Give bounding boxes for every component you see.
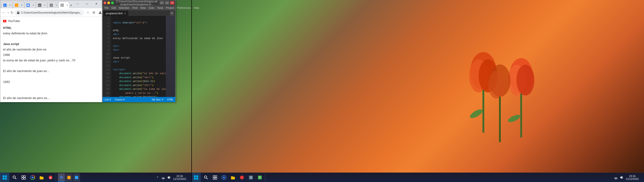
editor-tab-close[interactable]: ✕ [124,12,126,15]
taskbar-clock[interactable]: 23:34 11/12/2022 [173,175,186,180]
taskbar-pin-chrome[interactable] [28,173,37,182]
bookmark-button[interactable]: ☆ [85,10,91,15]
editor-win-close[interactable]: ✕ [170,1,174,5]
svg-point-61 [223,176,225,178]
tab4-close[interactable]: ✕ [43,4,46,7]
editor-win-maximize[interactable]: □ [165,1,169,5]
right-taskbar-pin-extra[interactable]: P [256,173,264,182]
chrome-close-button[interactable]: ✕ [92,0,101,7]
page-body: YouTube HTML estoy definiendo la edad de… [3,19,99,102]
right-taskbar-clock[interactable]: 23:34 11/12/2022 [626,175,639,180]
tab4-favicon: 3d [38,4,41,7]
editor-minimize-btn[interactable] [107,2,110,4]
right-taskbar-pin-files[interactable] [229,173,237,182]
red-icon: ▶ [48,175,53,180]
tab2-close[interactable]: ✕ [20,4,24,7]
chrome-window-controls: ─ □ ✕ [73,0,101,8]
tray-volume[interactable] [166,175,171,180]
taskbar-item-sublime[interactable]: S [66,173,72,182]
status-column: Column 5 [114,98,125,101]
right-taskbar-pin-chrome[interactable] [220,173,228,182]
menu-find[interactable]: Find [132,7,137,9]
chrome-tab-4[interactable]: 3d 3db ✕ [36,2,48,8]
svg-point-49 [163,179,164,179]
right-tray-volume[interactable] [619,175,624,180]
editor-maximize-btn[interactable] [111,2,114,4]
svg-rect-27 [17,12,19,14]
taskbar-left: ▶ S P ^ [0,172,191,182]
clock-date: 11/12/2022 [173,177,186,180]
svg-point-40 [32,176,34,178]
menu-preferences[interactable]: Preferences [177,7,191,9]
refresh-button[interactable]: ↻ [11,10,14,16]
start-button[interactable] [0,173,10,182]
editor-code-area[interactable]: <meta charset="utf-8"> HTML <br> estoy d… [111,16,166,97]
right-tray-network[interactable] [614,175,618,180]
menu-tools[interactable]: Tools [157,7,163,9]
taskbar-item-extra[interactable]: P [73,173,80,182]
taskbar-pin-taskview[interactable] [19,173,28,182]
tray-network[interactable] [161,175,166,180]
right-taskbar-pin-taskview[interactable] [211,173,219,182]
menu-project[interactable]: Project [166,7,174,9]
new-tab-button[interactable]: + [70,3,73,8]
js-line2: la suma de las de edad de juan, pedro y … [3,58,99,63]
chrome-minimize-button[interactable]: ─ [73,0,82,7]
start-button-right[interactable] [191,173,201,182]
right-extra-icon: P [258,175,262,180]
editor-gutter: 1 2 3 4 5 6 7 8 9 10 11 12 13 14 15 16 1… [102,16,111,97]
menu-edit[interactable]: Edit [112,7,116,9]
clock-time: 23:34 [173,175,186,177]
chrome-maximize-button[interactable]: □ [82,0,92,7]
right-taskbar-pin-search[interactable] [202,173,210,182]
address-bar[interactable]: C:/Users/User/Documents/logica%20de%20pr… [14,10,84,16]
svg-point-62 [240,175,244,179]
svg-point-20 [28,4,29,6]
chrome-tab-3[interactable]: Ejer ✕ [24,2,36,8]
back-button[interactable]: ← [2,10,6,16]
editor-tab-menu[interactable]: ▼ [170,11,174,16]
svg-text:P: P [76,177,77,179]
taskbar-pin-red[interactable]: ▶ [46,173,55,182]
security-icon [17,11,20,14]
menu-help[interactable]: Help [194,7,199,9]
tab3-close[interactable]: ✕ [32,4,35,7]
status-tabsize: Tab Size: 4 [152,98,163,101]
forward-button[interactable]: → [6,10,10,16]
tray-arrow[interactable]: ^ [155,175,160,180]
chrome-titlebar: L Lóg ✕ F For: ✕ Ejer ✕ 3d 3db ✕ [0,0,102,8]
chrome-tab-1[interactable]: L Lóg ✕ [1,2,13,8]
chrome-tab-5[interactable]: ? (?) ✕ [48,2,58,8]
taskbar-pin-search[interactable] [10,173,19,182]
menu-file[interactable]: File [104,7,109,9]
tab1-close[interactable]: ✕ [8,4,12,7]
extension-button[interactable]: ⊞ [91,10,97,15]
taskbar-item-chrome[interactable] [58,173,65,182]
svg-point-67 [616,179,616,179]
menu-selection[interactable]: Selection [119,7,130,9]
taskbar-chrome-icon [60,175,63,179]
chrome-tab-2[interactable]: F For: ✕ [13,2,24,8]
windows-logo-right [194,175,198,180]
taskview-icon [22,175,26,180]
right-taskbar-pin-red[interactable] [238,173,246,182]
svg-text:L: L [4,4,6,7]
menu-goto[interactable]: Goto [148,7,154,9]
editor-close-btn[interactable] [104,2,106,4]
tab6-close[interactable]: ✕ [66,4,69,7]
editor-win-minimize[interactable]: ─ [160,1,164,5]
svg-rect-29 [2,175,4,177]
right-taskbar-pin-box[interactable]: S [247,173,255,182]
taskbar-pin-files[interactable] [37,173,46,182]
tab6-favicon: p [60,4,64,7]
status-line: Line 9 [104,98,111,101]
svg-line-34 [15,178,16,179]
menu-view[interactable]: View [140,7,146,9]
svg-rect-53 [196,178,198,180]
editor-tab-programa[interactable]: programa.html ✕ [104,11,128,16]
chrome-tab-6[interactable]: p pro ✕ [58,2,70,8]
taskbar-right: ^ 23:34 11/12/2022 [153,175,191,180]
taskbar-items: S P [57,173,153,182]
tab5-close[interactable]: ✕ [55,4,58,7]
svg-line-55 [206,178,208,179]
